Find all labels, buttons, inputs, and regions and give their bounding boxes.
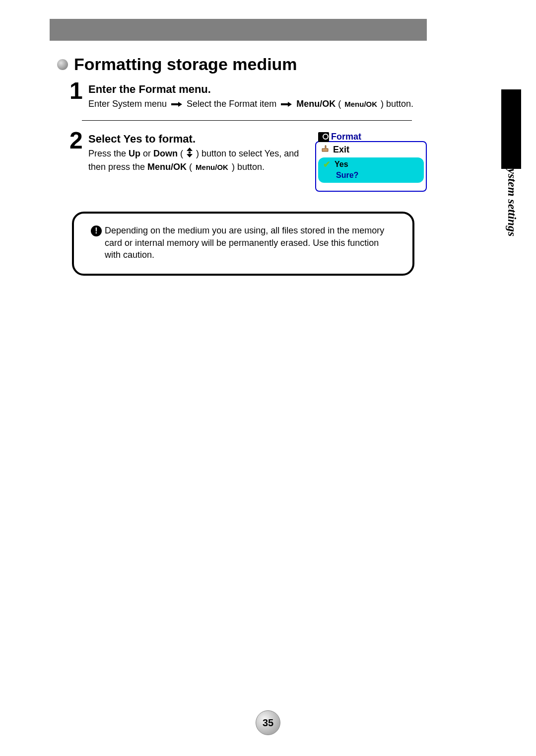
- section-label: system settings: [505, 164, 519, 236]
- step-1: 1 Enter the Format menu. Enter System me…: [57, 79, 427, 110]
- menu-header: Format: [315, 132, 427, 142]
- menu-item-exit[interactable]: Exit: [316, 143, 426, 156]
- divider: [82, 120, 412, 121]
- menuok-button-label: Menu/OK: [195, 162, 229, 172]
- step-2: 2 Select Yes to format. Press the Up or …: [57, 129, 427, 192]
- arrow-icon: [171, 98, 182, 110]
- exclamation-icon: !: [91, 226, 102, 236]
- step1-text: Enter System menu Select the Format item…: [88, 98, 427, 110]
- step-number-1: 1: [69, 79, 84, 103]
- page-number: 35: [256, 710, 280, 735]
- menuok-button-label: Menu/OK: [343, 99, 378, 109]
- page-title: Formatting storage medium: [74, 55, 297, 74]
- bullet-icon: [57, 59, 68, 70]
- page-title-row: Formatting storage medium: [57, 55, 427, 74]
- svg-rect-0: [189, 151, 191, 153]
- menu-confirm-text: Sure?: [323, 171, 419, 180]
- side-tab-marker: [501, 89, 521, 169]
- step2-heading: Select Yes to format.: [88, 133, 305, 146]
- arrow-icon: [281, 98, 292, 110]
- step2-text: Press the Up or Down ( ) button to selec…: [88, 148, 305, 173]
- warning-text: Depending on the medium you are using, a…: [105, 225, 396, 261]
- step-number-2: 2: [69, 129, 84, 152]
- check-icon: ✔: [323, 159, 331, 170]
- warning-box: ! Depending on the medium you are using,…: [72, 212, 414, 276]
- camera-icon: [318, 132, 329, 142]
- header-banner: [50, 19, 427, 41]
- updown-icon: [186, 148, 194, 160]
- step1-heading: Enter the Format menu.: [88, 83, 427, 96]
- hand-icon: [321, 145, 329, 155]
- menu-item-yes-highlight[interactable]: ✔ Yes Sure?: [318, 157, 424, 183]
- device-menu-preview: Format Exit ✔ Yes: [315, 132, 427, 192]
